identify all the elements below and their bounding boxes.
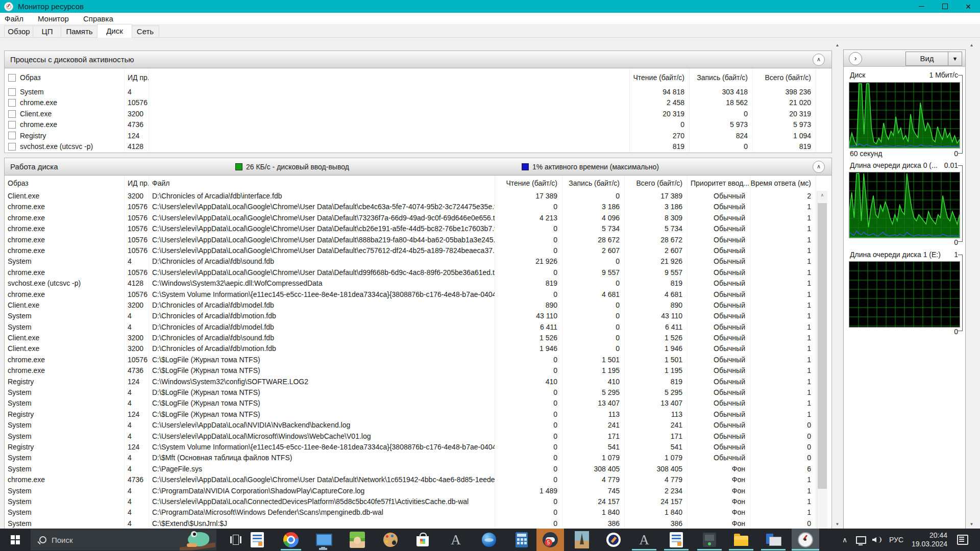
taskbar-item-store[interactable] [410, 529, 435, 551]
column-total[interactable]: Всего (байт/с) [625, 176, 688, 191]
disk-activity-scrollbar[interactable]: ∧ [817, 191, 827, 529]
view-dropdown-button[interactable]: Вид ▼ [905, 52, 962, 66]
table-row[interactable]: System4D:\Chronicles of Arcadia\fdb\mode… [5, 322, 831, 333]
menu-help[interactable]: Справка [76, 14, 120, 23]
content-scrollbar[interactable]: ▲ ▼ [833, 41, 842, 529]
scrollbar-thumb[interactable] [818, 203, 827, 489]
table-row[interactable]: chrome.exe4736C:\Users\elevi\AppData\Loc… [5, 474, 831, 485]
taskbar-item-browser[interactable] [601, 529, 626, 551]
table-row[interactable]: chrome.exe10576C:\$LogFile (Журнал тома … [5, 355, 831, 365]
table-row[interactable]: System4C:\Users\elevi\AppData\Local\Micr… [5, 431, 831, 442]
table-row[interactable]: System4C:\ProgramData\Microsoft\Windows … [5, 507, 831, 518]
column-read[interactable]: Чтение (байт/с) [630, 68, 690, 87]
row-checkbox[interactable] [8, 143, 16, 151]
table-row[interactable]: System4C:\$Extend\$UsnJrnl:$J0386386Фон0 [5, 518, 831, 529]
tray-network[interactable] [853, 529, 869, 551]
table-row[interactable]: System4C:\$LogFile (Журнал тома NTFS)013… [5, 398, 831, 409]
tab-disk[interactable]: Диск [97, 24, 132, 38]
tab-cpu[interactable]: ЦП [33, 26, 62, 37]
table-row[interactable]: chrome.exe10576C:\Users\elevi\AppData\Lo… [5, 267, 831, 278]
column-image[interactable]: Образ [5, 68, 125, 87]
tray-action-center[interactable] [953, 529, 972, 551]
chevron-down-icon[interactable]: ▼ [948, 52, 962, 65]
column-response[interactable]: Время ответа (мс) [750, 176, 816, 191]
table-row[interactable]: chrome.exe10576C:\System Volume Informat… [5, 289, 831, 300]
row-checkbox[interactable] [8, 110, 16, 118]
taskbar-item-discord[interactable]: 5 [536, 529, 564, 551]
table-row[interactable]: svchost.exe (utcsvc -p)4128C:\Windows\Sy… [5, 278, 831, 289]
tray-volume[interactable] [869, 529, 885, 551]
table-row[interactable]: Client.exe3200D:\Chronicles of Arcadia\f… [5, 300, 831, 311]
scroll-down-arrow[interactable]: ▼ [967, 520, 976, 529]
table-row[interactable]: System4C:\PageFile.sys0308 405308 405Фон… [5, 464, 831, 474]
table-row[interactable]: System4D:\$Mft (Основная таблица файлов … [5, 453, 831, 463]
scroll-down-arrow[interactable]: ▼ [833, 520, 842, 529]
table-row[interactable]: Client.exe320020 319020 319 [5, 109, 831, 119]
menu-monitor[interactable]: Монитор [31, 14, 76, 23]
view-button-label[interactable]: Вид [906, 52, 948, 65]
taskbar-item-fonts-2[interactable]: А [632, 529, 656, 551]
collapse-processes-button[interactable]: ∧ [813, 54, 825, 66]
taskbar-item-printer-app[interactable] [761, 529, 786, 551]
minimize-button[interactable] [910, 0, 933, 13]
scroll-up-arrow[interactable]: ▲ [967, 41, 976, 49]
tray-language[interactable]: РУС [886, 529, 906, 551]
menu-file[interactable]: Файл [0, 14, 31, 23]
disk-activity-section-header[interactable]: Работа диска 26 КБ/с - дисковый ввод-выв… [5, 158, 831, 176]
search-highlight-image[interactable] [180, 530, 215, 550]
table-row[interactable]: Registry124C:\System Volume Information\… [5, 442, 831, 453]
column-file[interactable]: Файл [149, 176, 495, 191]
taskbar-item-computer[interactable] [312, 529, 336, 551]
tab-network[interactable]: Сеть [131, 26, 159, 37]
table-row[interactable]: Registry1242708241 094 [5, 131, 831, 141]
table-row[interactable]: chrome.exe10576C:\Users\elevi\AppData\Lo… [5, 202, 831, 212]
collapse-disk-activity-button[interactable]: ∧ [813, 161, 825, 173]
table-row[interactable]: chrome.exe10576C:\Users\elevi\AppData\Lo… [5, 213, 831, 223]
table-row[interactable]: Registry124C:\Windows\System32\config\SO… [5, 377, 831, 387]
table-row[interactable]: svchost.exe (utcsvc -p)41288190819 [5, 141, 831, 152]
table-row[interactable]: chrome.exe105762 45818 56221 020 [5, 97, 831, 108]
tab-memory[interactable]: Память [61, 26, 98, 37]
table-row[interactable]: chrome.exe4736C:\$LogFile (Журнал тома N… [5, 365, 831, 376]
taskbar-item-paint[interactable] [378, 529, 403, 551]
taskbar-item-calculator[interactable] [509, 529, 534, 551]
table-row[interactable]: System4C:\Users\elevi\AppData\Local\Conn… [5, 496, 831, 507]
restore-button[interactable] [933, 0, 957, 13]
table-row[interactable]: System4C:\ProgramData\NVIDIA Corporation… [5, 486, 831, 496]
taskbar-item-photo[interactable] [570, 529, 594, 551]
table-row[interactable]: Registry124C:\$LogFile (Журнал тома NTFS… [5, 409, 831, 420]
column-total[interactable]: Всего (байт/с) [753, 68, 816, 87]
table-row[interactable]: Client.exe3200D:\Chronicles of Arcadia\f… [5, 333, 831, 343]
tray-show-hidden-icons[interactable]: ∧ [837, 529, 852, 551]
column-write[interactable]: Запись (байт/с) [690, 68, 753, 87]
table-row[interactable]: Client.exe3200D:\Chronicles of Arcadia\f… [5, 343, 831, 354]
tab-overview[interactable]: Обзор [4, 26, 34, 37]
table-row[interactable]: System4D:\Chronicles of Arcadia\fdb\moti… [5, 311, 831, 321]
table-row[interactable]: chrome.exe10576C:\Users\elevi\AppData\Lo… [5, 245, 831, 256]
taskbar-item-file-explorer[interactable] [729, 529, 753, 551]
row-checkbox[interactable] [8, 132, 16, 139]
expand-graphs-button[interactable]: › [849, 52, 862, 65]
table-row[interactable]: Client.exe3200D:\Chronicles of Arcadia\f… [5, 191, 831, 202]
column-priority[interactable]: Приоритет ввод... [688, 176, 750, 191]
tray-clock[interactable]: 20:4419.03.2024 [908, 529, 951, 551]
row-checkbox[interactable] [8, 88, 16, 96]
scroll-up-arrow[interactable]: ∧ [817, 191, 827, 199]
row-checkbox[interactable] [8, 121, 16, 129]
column-write[interactable]: Запись (байт/с) [562, 176, 625, 191]
taskbar-item-game[interactable] [345, 529, 370, 551]
column-pid[interactable]: ИД пр... [125, 176, 149, 191]
row-checkbox[interactable] [8, 99, 16, 107]
column-read[interactable]: Чтение (байт/с) [495, 176, 562, 191]
table-row[interactable]: chrome.exe10576C:\Users\elevi\AppData\Lo… [5, 223, 831, 234]
scroll-up-arrow[interactable]: ▲ [833, 41, 842, 49]
table-row[interactable]: chrome.exe473605 9735 973 [5, 119, 831, 130]
processes-section-header[interactable]: Процессы с дисковой активностью ∧ [5, 51, 831, 68]
table-row[interactable]: chrome.exe10576C:\Users\elevi\AppData\Lo… [5, 235, 831, 245]
start-button[interactable] [0, 529, 31, 551]
table-row[interactable]: System4D:\$LogFile (Журнал тома NTFS)05 … [5, 387, 831, 398]
taskbar-item-device-app[interactable] [697, 529, 722, 551]
taskbar-item-resource-monitor[interactable] [792, 529, 819, 551]
close-button[interactable]: ✕ [957, 0, 980, 13]
taskbar-item-globe-app[interactable] [477, 529, 501, 551]
